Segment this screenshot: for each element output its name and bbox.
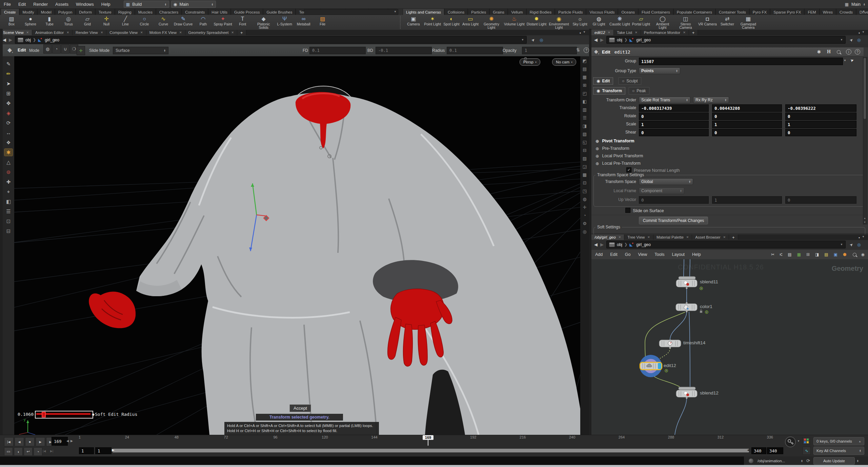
pane-maximize-icon[interactable]: ▪ xyxy=(580,31,581,35)
shelf-tab[interactable]: Collisions xyxy=(444,8,468,15)
opacity-input[interactable]: 1 xyxy=(522,47,577,54)
pane-tab[interactable]: /obj/girl_geo✕ xyxy=(591,235,624,240)
snapshot-icon[interactable]: ◨ xyxy=(815,252,819,257)
transform-space-dropdown[interactable]: Global▲▼ xyxy=(639,178,693,185)
pane-tab[interactable]: Material Palette✕ xyxy=(653,235,692,240)
grid-layout-icon[interactable]: ⊞ xyxy=(806,252,810,257)
menu-item[interactable]: Render xyxy=(29,2,52,7)
playbar-option-button[interactable]: ▭ xyxy=(4,447,13,456)
shelf-tool-button[interactable]: ▱ Portal Light xyxy=(631,15,651,26)
shelf-tool-button[interactable]: ◠ Path xyxy=(194,15,213,26)
display-option-icon[interactable]: ◳ xyxy=(583,188,587,195)
shelf-tool-button[interactable]: ♨ Volume Light xyxy=(503,15,526,26)
shelf-tab[interactable]: Texture xyxy=(95,8,115,15)
display-option-icon[interactable]: ◲ xyxy=(583,164,587,170)
chevron-down-icon[interactable]: ▼ xyxy=(844,59,846,62)
close-icon[interactable]: ✕ xyxy=(647,236,650,239)
frame-step-forward-icon[interactable]: ▶ xyxy=(70,439,73,443)
shear-z-input[interactable] xyxy=(785,129,856,136)
soft-settings-title[interactable]: Soft Settings xyxy=(596,225,622,229)
checkbox-icon[interactable] xyxy=(625,208,630,213)
help-icon[interactable]: ? xyxy=(855,49,860,55)
shelf-tab[interactable]: Container Tools xyxy=(715,8,749,15)
up-vector-x-input[interactable] xyxy=(639,196,709,204)
channel-icon[interactable]: ∿ xyxy=(803,447,811,455)
desktop-build-select[interactable]: ▦ Build ▲▼ xyxy=(124,1,169,8)
node-label[interactable]: sblend11 xyxy=(700,279,718,284)
pin-icon[interactable]: ➤ xyxy=(849,242,854,247)
pane-tab[interactable]: Asset Browser✕ xyxy=(692,235,729,240)
shelf-tool-button[interactable]: ⇄ Switcher xyxy=(718,15,737,26)
pin-icon[interactable]: ➤ xyxy=(530,37,536,43)
shelf-tab[interactable]: Model xyxy=(37,8,55,15)
commit-button[interactable]: Commit Transform/Peak Changes xyxy=(639,217,708,224)
viewport-tool-icon[interactable]: ➤ xyxy=(4,80,13,87)
shelf-tab[interactable]: FEM xyxy=(804,8,819,15)
accept-button[interactable]: Accept xyxy=(289,404,311,412)
help-icon[interactable]: ? xyxy=(584,47,589,53)
display-option-icon[interactable]: ▦ xyxy=(583,75,587,81)
viewport-tool-icon[interactable]: ✚ xyxy=(4,178,13,185)
display-option-icon[interactable]: ☰ xyxy=(583,115,587,122)
spinner-icon[interactable]: ▲▼ xyxy=(801,460,803,462)
close-icon[interactable]: ✕ xyxy=(179,31,182,34)
node-label[interactable]: color1 xyxy=(700,304,712,309)
range-end-handle[interactable]: ◀ xyxy=(747,448,750,452)
selection-type-button[interactable]: ◍ xyxy=(43,44,52,54)
close-icon[interactable]: ✕ xyxy=(723,236,726,239)
close-icon[interactable]: ✕ xyxy=(686,236,689,239)
shelf-tab[interactable]: Particles xyxy=(468,8,489,15)
display-option-icon[interactable]: ◰ xyxy=(583,91,587,97)
node-label[interactable]: sblend12 xyxy=(700,390,719,395)
shelf-tool-button[interactable]: ▱ Grid xyxy=(78,15,97,26)
current-frame-field[interactable]: 169 xyxy=(52,437,68,446)
scale-x-input[interactable] xyxy=(639,121,709,128)
shelf-tab[interactable]: Guide Process xyxy=(231,8,263,15)
pane-tab[interactable]: Composite View✕ xyxy=(106,30,146,35)
tree-icon[interactable]: ⑆ xyxy=(780,252,782,257)
shelf-tool-button[interactable]: ∿ Curve xyxy=(154,15,173,26)
rotate-y-input[interactable] xyxy=(712,113,782,120)
scroll-down-icon[interactable]: ▼ xyxy=(864,221,866,223)
background-image-icon[interactable]: ▣ xyxy=(834,252,837,257)
transport-button[interactable]: ◀ xyxy=(15,437,24,446)
menu-item[interactable]: Windows xyxy=(72,2,98,7)
sculpt-mode-tab[interactable]: ○Sculpt xyxy=(619,77,641,85)
shelf-tab[interactable]: Polygon xyxy=(55,8,76,15)
tools-icon[interactable]: ✂ xyxy=(771,252,774,257)
display-option-icon[interactable]: ◔ xyxy=(583,213,586,219)
group-input[interactable] xyxy=(639,58,843,65)
scrollbar-thumb[interactable] xyxy=(864,58,866,119)
shelf-tool-button[interactable]: ◍ GI Light xyxy=(589,15,608,26)
chevron-down-icon[interactable]: ▼ xyxy=(840,243,843,246)
shelf-tool-button[interactable]: ◫ Stereo Camera xyxy=(674,15,697,29)
playhead-flag[interactable]: 169 xyxy=(423,435,433,440)
pane-maximize-icon[interactable]: ▪ xyxy=(859,31,860,35)
shelf-tab[interactable]: Constraints xyxy=(182,8,208,15)
shelf-tab[interactable]: Wires xyxy=(820,8,836,15)
translate-y-input[interactable] xyxy=(712,104,782,112)
pane-tab-add-button[interactable]: + xyxy=(689,30,698,35)
shelf-tab[interactable]: Sparse Pyro FX xyxy=(770,8,804,15)
pane-tab-add-button[interactable]: + xyxy=(729,235,738,240)
range-start-field[interactable]: 1 xyxy=(95,447,112,454)
display-option-icon[interactable]: ◍ xyxy=(583,197,586,203)
pane-tab[interactable]: Tree View✕ xyxy=(624,235,653,240)
shelf-tab[interactable]: Populate Containers xyxy=(673,8,715,15)
shear-y-input[interactable] xyxy=(712,129,782,136)
collapsed-section-header[interactable]: ⊕Pre-Transform xyxy=(596,145,629,152)
shelf-tab[interactable]: Pyro FX xyxy=(749,8,770,15)
scroll-up-icon[interactable]: ▲ xyxy=(864,217,866,219)
pane-menu-icon[interactable]: ▼ xyxy=(583,31,586,35)
translate-x-input[interactable] xyxy=(639,104,709,112)
shelf-tab[interactable]: Rigging xyxy=(115,8,135,15)
rotate-order-dropdown[interactable]: Rx Ry Rz▲▼ xyxy=(693,97,729,103)
display-option-icon[interactable]: ◩ xyxy=(583,58,587,65)
viewport-tool-icon[interactable]: ⊞ xyxy=(4,90,13,97)
close-icon[interactable]: ✕ xyxy=(231,31,234,34)
shelf-tab[interactable]: Guide Brushes xyxy=(263,8,296,15)
goto-range-start-icon[interactable]: |◀ xyxy=(43,449,46,453)
status-node-path[interactable]: /obj/animation... xyxy=(758,459,801,463)
shelf-tool-button[interactable]: ▭ Area Light xyxy=(461,15,480,26)
projection-selector[interactable]: Persp▾ xyxy=(520,58,540,66)
